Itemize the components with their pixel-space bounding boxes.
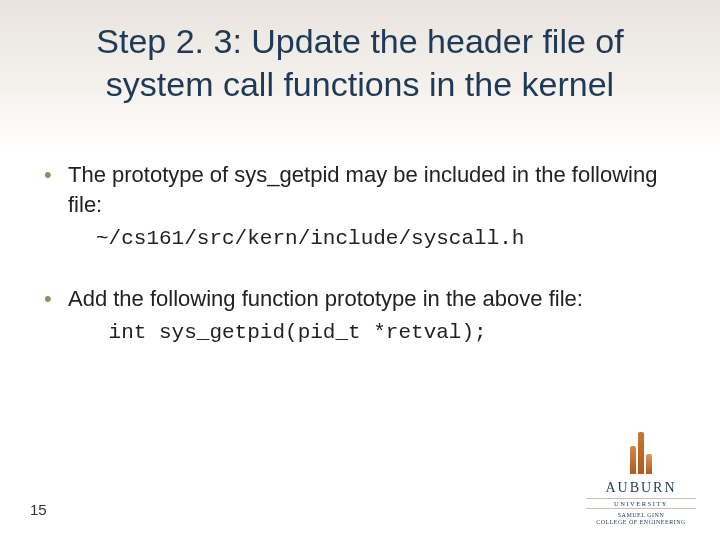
auburn-logo: AUBURN UNIVERSITY SAMUEL GINN COLLEGE OF… (586, 432, 696, 526)
code-line: ~/cs161/src/kern/include/syscall.h (68, 225, 680, 253)
slide-title: Step 2. 3: Update the header file of sys… (60, 20, 660, 105)
bullet-text: The prototype of sys_getpid may be inclu… (68, 162, 657, 217)
bullet-list: The prototype of sys_getpid may be inclu… (40, 160, 680, 348)
logo-sub: UNIVERSITY (586, 498, 696, 509)
bullet-text: Add the following function prototype in … (68, 286, 583, 311)
slide: Step 2. 3: Update the header file of sys… (0, 0, 720, 540)
logo-college: SAMUEL GINN COLLEGE OF ENGINEERING (586, 512, 696, 526)
tower-icon (630, 432, 652, 474)
bullet-item: The prototype of sys_getpid may be inclu… (40, 160, 680, 254)
slide-body: The prototype of sys_getpid may be inclu… (40, 160, 680, 378)
page-number: 15 (30, 501, 47, 518)
logo-name: AUBURN (586, 480, 696, 496)
bullet-item: Add the following function prototype in … (40, 284, 680, 348)
code-line: int sys_getpid(pid_t *retval); (68, 319, 680, 347)
